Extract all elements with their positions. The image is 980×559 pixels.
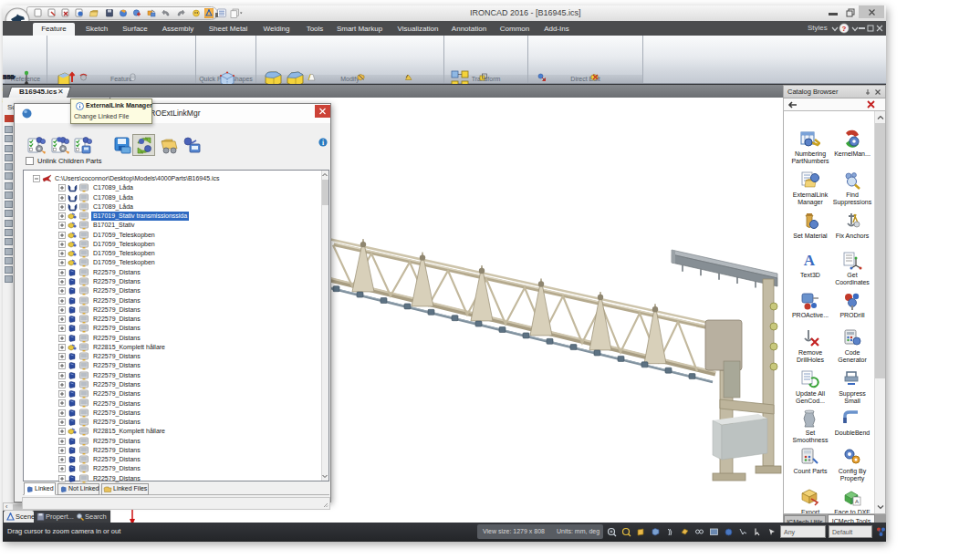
svg-text:A: A [804, 252, 816, 269]
svg-text:A: A [855, 499, 859, 504]
svg-text:?: ? [842, 25, 847, 33]
svg-text:i: i [322, 139, 324, 147]
